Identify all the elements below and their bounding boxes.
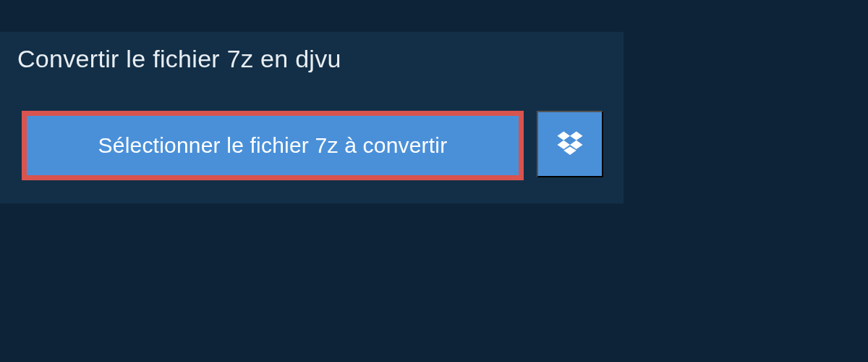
page-title: Convertir le fichier 7z en djvu: [17, 45, 395, 73]
dropbox-icon: [555, 129, 585, 159]
select-file-button[interactable]: Sélectionner le fichier 7z à convertir: [22, 111, 524, 180]
action-row: Sélectionner le fichier 7z à convertir: [0, 89, 624, 203]
converter-panel: Convertir le fichier 7z en djvu Sélectio…: [0, 32, 624, 203]
dropbox-button[interactable]: [537, 111, 603, 177]
title-bar: Convertir le fichier 7z en djvu: [0, 32, 412, 89]
